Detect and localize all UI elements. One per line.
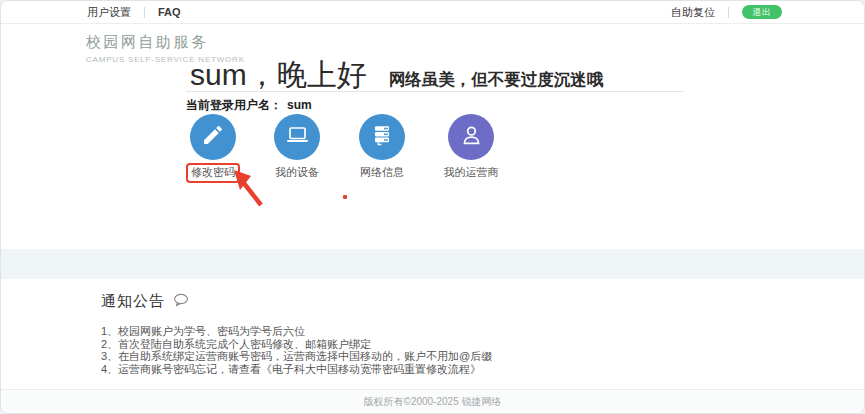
current-user: 当前登录用户名：sum <box>186 97 312 114</box>
network-info-circle[interactable] <box>359 114 405 160</box>
footer: 版权所有©2000-2025 锐捷网络 <box>1 389 864 414</box>
logout-button[interactable]: 退出 <box>742 5 782 19</box>
notices-header: 通知公告 <box>101 291 189 312</box>
topbar-divider <box>144 7 145 18</box>
notice-item: 4、运营商账号密码忘记，请查看《电子科大中国移动宽带密码重置修改流程》 <box>101 363 492 376</box>
my-carrier-circle[interactable] <box>448 114 494 160</box>
action-label-network-info: 网络信息 <box>360 165 404 180</box>
notice-list: 1、校园网账户为学号、密码为学号后六位 2、首次登陆自助系统完成个人密码修改、邮… <box>101 325 492 375</box>
copyright-text: 版权所有©2000-2025 锐捷网络 <box>364 395 502 409</box>
action-my-carrier[interactable]: 我的运营商 <box>421 114 521 180</box>
notice-item: 1、校园网账户为学号、密码为学号后六位 <box>101 325 492 338</box>
self-reset-link[interactable]: 自助复位 <box>671 5 715 20</box>
action-label-my-carrier: 我的运营商 <box>444 165 499 180</box>
laptop-icon <box>285 123 310 151</box>
notices-section: 通知公告 1、校园网账户为学号、密码为学号后六位 2、首次登陆自助系统完成个人密… <box>1 279 864 389</box>
hero-divider <box>186 91 684 92</box>
hero-section: 校园网自助服务 CAMPUS SELF-SERVICE NETWORK sum，… <box>1 25 864 249</box>
pencil-icon <box>201 123 225 151</box>
speech-bubble-icon <box>173 293 189 312</box>
topbar-divider <box>728 7 729 18</box>
annotation-red-dot <box>343 195 347 199</box>
action-network-info[interactable]: 网络信息 <box>332 114 432 180</box>
current-user-value: sum <box>287 98 312 112</box>
notice-item: 3、在自助系统绑定运营商账号密码，运营商选择中国移动的，账户不用加@后缀 <box>101 350 492 363</box>
greeting-text: sum，晚上好 <box>190 58 367 91</box>
topbar: 用户设置 FAQ 自助复位 退出 <box>1 1 864 24</box>
annotation-arrow-icon <box>227 165 269 209</box>
current-user-label: 当前登录用户名： <box>186 98 282 112</box>
topbar-left-group: 用户设置 FAQ <box>87 5 181 20</box>
greeting-row: sum，晚上好网络虽美，但不要过度沉迷哦 <box>190 55 603 96</box>
section-separator-band <box>1 249 864 279</box>
greeting-motto: 网络虽美，但不要过度沉迷哦 <box>389 70 604 88</box>
notice-item: 2、首次登陆自助系统完成个人密码修改、邮箱账户绑定 <box>101 338 492 351</box>
app-window: 用户设置 FAQ 自助复位 退出 校园网自助服务 CAMPUS SELF-SER… <box>0 0 865 414</box>
faq-link[interactable]: FAQ <box>158 6 181 18</box>
topbar-right-group: 自助复位 退出 <box>671 5 782 20</box>
user-settings-link[interactable]: 用户设置 <box>87 5 131 20</box>
change-password-circle[interactable] <box>190 114 236 160</box>
user-icon <box>459 123 484 152</box>
notices-title: 通知公告 <box>101 292 165 311</box>
my-devices-circle[interactable] <box>274 114 320 160</box>
action-label-my-devices: 我的设备 <box>275 165 319 180</box>
server-icon <box>370 123 394 151</box>
brand-title: 校园网自助服务 <box>86 33 245 52</box>
